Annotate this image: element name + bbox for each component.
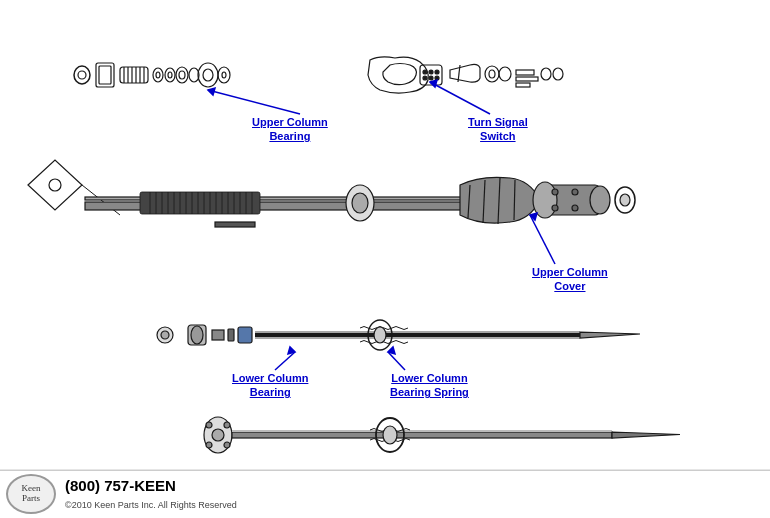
svg-rect-34 bbox=[516, 77, 538, 81]
svg-point-90 bbox=[212, 429, 224, 441]
svg-line-101 bbox=[430, 82, 490, 114]
svg-rect-33 bbox=[516, 70, 534, 75]
svg-point-70 bbox=[590, 186, 610, 214]
upper-column-bearing-arrow bbox=[208, 88, 300, 114]
lower-column-bearing-spring-label: Lower Column Bearing Spring bbox=[390, 371, 469, 400]
lower-column-bearing-label: Lower Column Bearing bbox=[232, 371, 308, 400]
upper-left-parts bbox=[74, 63, 230, 87]
svg-point-14 bbox=[168, 72, 172, 78]
bottom-shaft bbox=[204, 417, 680, 453]
svg-line-107 bbox=[388, 352, 405, 370]
svg-line-99 bbox=[208, 90, 300, 114]
svg-point-93 bbox=[206, 442, 212, 448]
svg-point-92 bbox=[224, 422, 230, 428]
svg-point-74 bbox=[572, 205, 578, 211]
svg-point-27 bbox=[429, 76, 433, 80]
svg-point-73 bbox=[572, 189, 578, 195]
lower-column-assembly bbox=[157, 320, 640, 350]
svg-point-0 bbox=[74, 66, 90, 84]
svg-rect-42 bbox=[140, 192, 260, 214]
diagram-container: Upper Column Bearing Turn Signal Switch … bbox=[0, 0, 770, 518]
svg-point-36 bbox=[541, 68, 551, 80]
svg-point-11 bbox=[153, 68, 163, 82]
company-logo: KeenParts bbox=[6, 474, 56, 514]
upper-column-cover-label: Upper Column Cover bbox=[532, 265, 608, 294]
main-column-assembly bbox=[28, 160, 635, 227]
svg-marker-102 bbox=[430, 80, 437, 87]
svg-point-63 bbox=[352, 193, 368, 213]
phone-number: (800) 757-KEEN bbox=[65, 477, 176, 494]
svg-point-1 bbox=[78, 71, 86, 79]
svg-marker-104 bbox=[530, 213, 537, 220]
svg-rect-82 bbox=[228, 329, 234, 341]
svg-point-38 bbox=[49, 179, 61, 191]
svg-rect-96 bbox=[232, 430, 612, 432]
svg-point-76 bbox=[620, 194, 630, 206]
svg-rect-3 bbox=[99, 66, 111, 84]
svg-point-71 bbox=[552, 189, 558, 195]
footer: KeenParts (800) 757-KEEN ©2010 Keen Part… bbox=[0, 470, 770, 518]
svg-rect-95 bbox=[232, 432, 612, 438]
svg-point-32 bbox=[499, 67, 511, 81]
svg-marker-108 bbox=[388, 347, 395, 354]
svg-point-88 bbox=[374, 327, 386, 343]
svg-point-98 bbox=[383, 426, 397, 444]
svg-marker-106 bbox=[288, 347, 295, 354]
svg-line-103 bbox=[530, 215, 555, 264]
svg-point-12 bbox=[156, 72, 160, 78]
lower-column-bearing-arrow bbox=[275, 347, 295, 370]
svg-rect-81 bbox=[212, 330, 224, 340]
turn-signal-switch-label: Turn Signal Switch bbox=[468, 115, 528, 144]
svg-point-80 bbox=[191, 326, 203, 344]
svg-point-19 bbox=[203, 69, 213, 81]
svg-point-31 bbox=[489, 70, 495, 78]
svg-point-25 bbox=[435, 70, 439, 74]
svg-point-91 bbox=[206, 422, 212, 428]
svg-point-30 bbox=[485, 66, 499, 82]
svg-point-94 bbox=[224, 442, 230, 448]
svg-point-16 bbox=[179, 71, 185, 79]
copyright-text: ©2010 Keen Parts Inc. All Rights Reserve… bbox=[65, 500, 237, 510]
upper-column-cover-arrow bbox=[530, 213, 555, 264]
parts-diagram-svg bbox=[0, 0, 770, 518]
svg-point-13 bbox=[165, 68, 175, 82]
svg-point-78 bbox=[161, 331, 169, 339]
svg-point-21 bbox=[222, 72, 226, 78]
svg-point-15 bbox=[176, 67, 188, 83]
svg-point-18 bbox=[198, 63, 218, 87]
svg-point-24 bbox=[429, 70, 433, 74]
svg-rect-61 bbox=[215, 222, 255, 227]
svg-marker-100 bbox=[208, 88, 215, 95]
svg-point-72 bbox=[552, 205, 558, 211]
svg-rect-83 bbox=[238, 327, 252, 343]
svg-point-26 bbox=[423, 76, 427, 80]
svg-point-20 bbox=[218, 67, 230, 83]
lower-column-bearing-spring-arrow bbox=[388, 347, 405, 370]
svg-point-23 bbox=[423, 70, 427, 74]
svg-line-105 bbox=[275, 352, 295, 370]
svg-point-37 bbox=[553, 68, 563, 80]
upper-column-bearing-label: Upper Column Bearing bbox=[252, 115, 328, 144]
turn-signal-parts bbox=[368, 57, 563, 93]
svg-rect-35 bbox=[516, 83, 530, 87]
